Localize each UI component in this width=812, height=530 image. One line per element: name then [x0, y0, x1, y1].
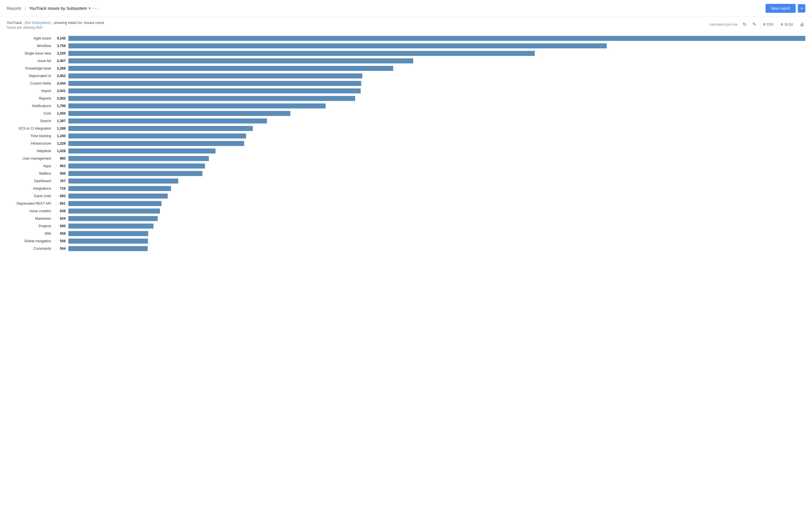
bar[interactable]: [69, 178, 178, 183]
export-xlsx-button[interactable]: ⬇ XLSX: [779, 21, 795, 28]
bar[interactable]: [69, 58, 413, 63]
bar[interactable]: [69, 171, 202, 176]
report-title-text: YouTrack Issues by Subsystem: [29, 6, 87, 11]
bar-wrap: [69, 103, 805, 108]
print-button[interactable]: 🖨: [799, 21, 805, 28]
more-options-icon[interactable]: ···: [93, 5, 99, 11]
new-report-button[interactable]: New report: [766, 4, 796, 13]
bar-label: Commands: [7, 247, 54, 251]
chart-row: Wiki558: [7, 230, 805, 237]
bar-value: 558: [54, 232, 69, 236]
bar[interactable]: [69, 208, 160, 214]
bar[interactable]: [69, 73, 362, 78]
bar[interactable]: [69, 216, 158, 221]
bar-value: 638: [54, 209, 69, 213]
bar[interactable]: [69, 141, 244, 146]
chart-row: Time tracking1,240: [7, 133, 805, 139]
bar-wrap: [69, 111, 805, 116]
bar-wrap: [69, 186, 805, 191]
bar-value: 936: [54, 172, 69, 175]
bar-value: 1,028: [54, 149, 69, 153]
header-left: Reports / YouTrack Issues by Subsystem ▾…: [7, 5, 99, 11]
edit-button[interactable]: ✎: [751, 20, 757, 28]
breadcrumb-separator: /: [25, 6, 26, 11]
bar-wrap: [69, 118, 805, 123]
bar-wrap: [69, 141, 805, 146]
bar[interactable]: [69, 246, 148, 251]
bar[interactable]: [69, 81, 361, 86]
breadcrumb-reports[interactable]: Reports: [7, 6, 21, 11]
bar-value: 554: [54, 247, 69, 251]
bar-wrap: [69, 208, 805, 214]
bar[interactable]: [69, 118, 267, 123]
refresh-button[interactable]: ↻: [742, 20, 748, 28]
print-icon: 🖨: [800, 22, 804, 27]
chart-row: Apps953: [7, 163, 805, 170]
chart-row: Issue list2,407: [7, 58, 805, 64]
bar-label: Notifications: [7, 104, 54, 108]
bar-label: Deprecated UI: [7, 74, 54, 78]
bar-value: 2,044: [54, 82, 69, 85]
bar-wrap: [69, 239, 805, 244]
bar[interactable]: [69, 239, 148, 244]
bar[interactable]: [69, 163, 205, 168]
chart-row: Infrastructure1,228: [7, 140, 805, 147]
bar-label: Single issue view: [7, 51, 54, 55]
bar-value: 980: [54, 157, 69, 160]
bar[interactable]: [69, 133, 246, 138]
chart-row: Deprecated UI2,052: [7, 73, 805, 79]
bar[interactable]: [69, 231, 148, 236]
header: Reports / YouTrack Issues by Subsystem ▾…: [0, 0, 812, 17]
bar[interactable]: [69, 201, 162, 206]
bar[interactable]: [69, 126, 253, 131]
bar-wrap: [69, 231, 805, 236]
bar-wrap: [69, 96, 805, 101]
bar[interactable]: [69, 96, 355, 101]
bar-label: Issue list: [7, 59, 54, 63]
bar-label: Custom fields: [7, 82, 54, 85]
bar[interactable]: [69, 43, 607, 48]
report-title: YouTrack Issues by Subsystem ▾: [29, 6, 91, 11]
bar-value: 3,255: [54, 51, 69, 55]
bar-wrap: [69, 73, 805, 78]
bar-value: 3,759: [54, 44, 69, 48]
chart-row: Search1,387: [7, 118, 805, 124]
filter-link[interactable]: -{No Subsystem}: [24, 20, 51, 25]
bar-wrap: [69, 43, 805, 48]
bar[interactable]: [69, 224, 154, 229]
bar[interactable]: [69, 103, 325, 108]
bar[interactable]: [69, 36, 805, 41]
bar[interactable]: [69, 193, 168, 198]
bar-label: Global navigation: [7, 239, 54, 243]
bar-label: VCS or CI integration: [7, 127, 54, 130]
chart-row: Single issue view3,255: [7, 50, 805, 57]
bar[interactable]: [69, 186, 171, 191]
bar-value: 651: [54, 202, 69, 206]
new-report-dropdown-button[interactable]: ▾: [798, 4, 805, 13]
bar-wrap: [69, 216, 805, 221]
bar[interactable]: [69, 148, 216, 153]
bar-label: Knowledge base: [7, 67, 54, 70]
bar-wrap: [69, 224, 805, 229]
bar[interactable]: [69, 156, 209, 161]
bar[interactable]: [69, 51, 535, 56]
bar-label: Wiki: [7, 232, 54, 236]
chart-row: Global navigation556: [7, 238, 805, 245]
title-chevron-icon[interactable]: ▾: [89, 6, 91, 10]
calc-time-label: calculated just now: [709, 23, 738, 26]
csv-label: CSV: [767, 23, 774, 26]
bar-value: 1,240: [54, 134, 69, 138]
bar-label: Search: [7, 119, 54, 123]
export-csv-button[interactable]: ⬇ CSV: [761, 21, 775, 28]
bar-wrap: [69, 171, 805, 176]
bar[interactable]: [69, 111, 290, 116]
bar[interactable]: [69, 88, 361, 93]
bar[interactable]: [69, 66, 393, 71]
bar-label: Helpdesk: [7, 149, 54, 153]
bar-label: User management: [7, 157, 54, 160]
edit-icon: ✎: [753, 22, 756, 27]
chart-row: Agile board5,145: [7, 35, 805, 42]
refresh-icon: ↻: [743, 22, 746, 27]
bar-label: Issue creation: [7, 209, 54, 213]
chart-row: Import2,041: [7, 88, 805, 94]
